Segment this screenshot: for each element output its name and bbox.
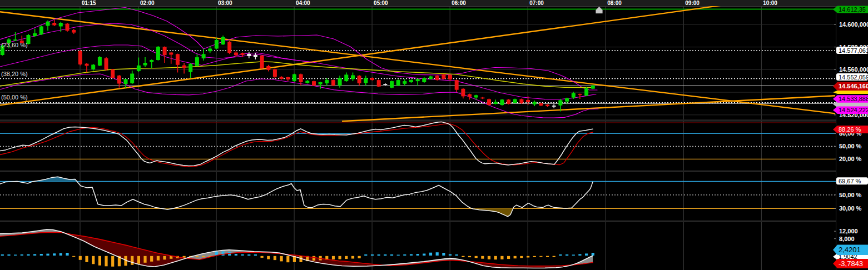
svg-text:2,4201: 2,4201: [839, 246, 861, 254]
svg-text:02:00: 02:00: [140, 0, 155, 6]
svg-text:14.524,222: 14.524,222: [839, 107, 868, 113]
svg-text:08:00: 08:00: [607, 0, 622, 6]
svg-text:10:00: 10:00: [763, 0, 777, 6]
svg-text:(50,00 %): (50,00 %): [1, 94, 28, 101]
svg-text:05:00: 05:00: [374, 0, 388, 6]
svg-text:07:00: 07:00: [529, 0, 544, 6]
svg-text:12,000: 12,000: [839, 228, 858, 234]
svg-text:69,67 %: 69,67 %: [839, 178, 861, 184]
svg-text:03:00: 03:00: [218, 0, 232, 6]
svg-text:(23,60 %): (23,60 %): [1, 42, 28, 48]
svg-text:(38,20 %): (38,20 %): [1, 71, 28, 77]
svg-text:09:00: 09:00: [685, 0, 700, 6]
svg-text:14.552,059: 14.552,059: [839, 74, 868, 81]
svg-text:50,00 %: 50,00 %: [839, 192, 862, 198]
svg-text:20,00 %: 20,00 %: [839, 156, 862, 162]
svg-text:50,00 %: 50,00 %: [839, 143, 862, 149]
svg-text:-3,7843: -3,7843: [839, 259, 863, 268]
svg-text:14.533,888: 14.533,888: [839, 96, 868, 102]
svg-text:30,00 %: 30,00 %: [839, 205, 862, 212]
svg-text:06:00: 06:00: [452, 0, 466, 6]
svg-text:14.546,160: 14.546,160: [839, 83, 868, 89]
svg-text:04:00: 04:00: [296, 0, 310, 6]
svg-text:01:15: 01:15: [82, 0, 96, 6]
svg-text:14.577,061: 14.577,061: [839, 47, 868, 54]
svg-text:14.600,000: 14.600,000: [839, 21, 868, 28]
svg-text:88,26 %: 88,26 %: [839, 126, 861, 133]
svg-text:8,000: 8,000: [839, 236, 855, 242]
svg-text:14.612,35: 14.612,35: [839, 6, 866, 13]
svg-text:14.560,000: 14.560,000: [839, 66, 868, 73]
